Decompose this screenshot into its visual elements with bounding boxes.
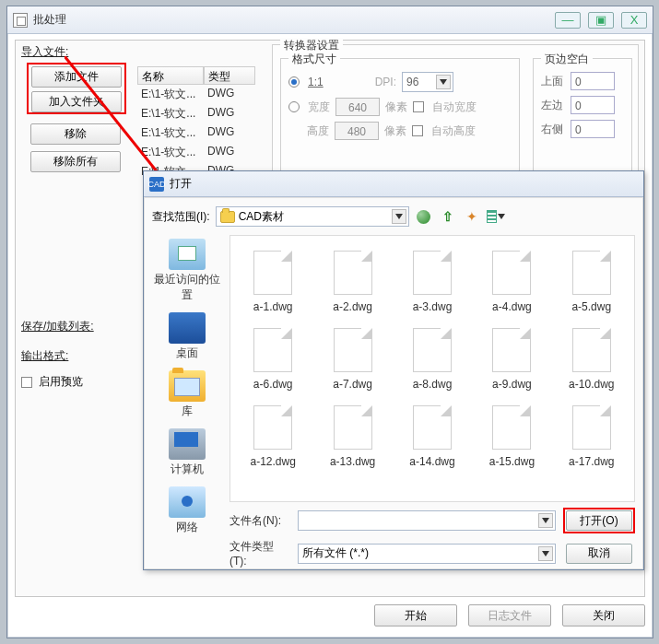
file-icon	[413, 328, 452, 372]
minimize-button[interactable]: —	[555, 12, 581, 29]
dialog-titlebar[interactable]: CAD 打开	[144, 171, 643, 197]
file-icon	[334, 405, 372, 450]
dpi-label: DPI:	[375, 76, 396, 88]
format-size-label: 格式尺寸	[288, 52, 340, 67]
file-icon	[492, 405, 531, 450]
margin-right-input[interactable]: 0	[571, 120, 615, 138]
file-name-label: a-4.dwg	[475, 300, 548, 313]
table-row[interactable]: E:\1-软文...DWG	[137, 104, 266, 123]
file-item[interactable]: a-8.dwg	[394, 321, 471, 394]
import-files-label: 导入文件:	[21, 44, 261, 60]
close-window-button[interactable]: 关闭	[562, 604, 645, 626]
chevron-down-icon	[436, 75, 451, 89]
file-icon	[334, 328, 372, 372]
file-name-label: a-9.dwg	[475, 378, 548, 391]
file-list-table: 名称 类型 E:\1-软文...DWGE:\1-软文...DWGE:\1-软文.…	[137, 66, 266, 181]
chevron-down-icon	[538, 513, 553, 528]
lookin-combo[interactable]: CAD素材	[216, 206, 409, 227]
open-button[interactable]: 打开(O)	[566, 510, 632, 531]
log-file-button[interactable]: 日志文件	[468, 604, 551, 626]
file-item[interactable]: a-12.dwg	[234, 398, 312, 472]
auto-height-checkbox[interactable]	[412, 125, 423, 136]
file-item[interactable]: a-1.dwg	[234, 243, 312, 317]
filename-label: 文件名(N):	[229, 513, 290, 529]
ratio-1-1-radio[interactable]	[288, 76, 300, 88]
file-item[interactable]: a-17.dwg	[553, 398, 630, 472]
width-radio[interactable]	[288, 101, 300, 112]
window-title: 批处理	[33, 12, 555, 28]
file-item[interactable]: a-4.dwg	[473, 243, 550, 317]
start-button[interactable]: 开始	[374, 604, 457, 626]
place-desktop[interactable]: 桌面	[152, 312, 222, 361]
remove-button[interactable]: 移除	[30, 123, 121, 145]
file-icon	[572, 405, 611, 450]
file-icon	[492, 328, 531, 372]
place-recent[interactable]: 最近访问的位置	[152, 239, 222, 303]
file-name-label: a-8.dwg	[395, 378, 469, 391]
file-item[interactable]: a-2.dwg	[313, 243, 391, 317]
file-name-label: a-15.dwg	[475, 455, 548, 468]
file-icon	[413, 251, 452, 295]
remove-all-button[interactable]: 移除所有	[30, 151, 121, 172]
add-file-button[interactable]: 添加文件	[31, 66, 122, 88]
open-file-dialog: CAD 打开 查找范围(I): CAD素材 ⇧ ✦ 最近访问的位置 桌面 库 计…	[143, 170, 644, 570]
file-item[interactable]: a-13.dwg	[313, 398, 391, 472]
file-name-label: a-10.dwg	[555, 378, 629, 391]
maximize-button[interactable]: ▣	[588, 12, 614, 29]
file-item[interactable]: a-14.dwg	[394, 398, 471, 472]
close-button[interactable]: X	[621, 12, 647, 29]
dialog-title: 打开	[170, 176, 192, 192]
add-folder-button[interactable]: 加入文件夹	[31, 91, 122, 112]
dpi-combo[interactable]: 96	[402, 72, 453, 92]
margin-top-input[interactable]: 0	[571, 72, 615, 90]
file-browser-area[interactable]: a-1.dwga-2.dwga-3.dwga-4.dwga-5.dwga-6.d…	[229, 235, 635, 502]
place-libraries[interactable]: 库	[152, 370, 222, 419]
new-folder-icon[interactable]: ✦	[463, 207, 481, 226]
height-label: 高度	[307, 123, 329, 139]
lookin-label: 查找范围(I):	[152, 209, 210, 225]
output-format-label: 输出格式:	[21, 348, 68, 364]
filetype-combo[interactable]: 所有文件 (*.*)	[298, 544, 556, 564]
table-row[interactable]: E:\1-软文...DWG	[137, 123, 266, 143]
col-header-type[interactable]: 类型	[204, 66, 255, 85]
file-name-label: a-6.dwg	[236, 378, 310, 391]
file-item[interactable]: a-15.dwg	[473, 398, 550, 472]
table-row[interactable]: E:\1-软文...DWG	[137, 143, 266, 162]
place-computer[interactable]: 计算机	[152, 428, 222, 477]
file-icon	[413, 405, 452, 450]
chevron-down-icon	[538, 546, 553, 561]
dialog-app-icon: CAD	[149, 177, 164, 192]
file-name-label: a-13.dwg	[315, 455, 389, 468]
cancel-button[interactable]: 取消	[566, 544, 632, 564]
auto-width-checkbox[interactable]	[413, 101, 424, 112]
back-icon[interactable]	[415, 207, 433, 226]
file-name-label: a-5.dwg	[555, 300, 629, 313]
file-item[interactable]: a-10.dwg	[553, 321, 630, 394]
views-icon[interactable]	[487, 207, 505, 226]
place-network[interactable]: 网络	[152, 486, 222, 535]
titlebar[interactable]: 批处理 — ▣ X	[7, 6, 653, 34]
file-name-label: a-14.dwg	[395, 455, 469, 468]
height-value: 480	[335, 122, 379, 140]
file-item[interactable]: a-5.dwg	[553, 243, 630, 317]
file-name-label: a-2.dwg	[315, 300, 389, 313]
file-icon	[492, 251, 531, 295]
file-name-label: a-7.dwg	[315, 378, 389, 391]
file-icon	[253, 405, 292, 450]
checkbox-icon	[21, 377, 32, 388]
file-item[interactable]: a-6.dwg	[234, 321, 312, 394]
width-label: 宽度	[308, 100, 330, 115]
file-icon	[253, 251, 292, 295]
filename-input[interactable]	[298, 510, 556, 531]
table-row[interactable]: E:\1-软文...DWG	[137, 85, 266, 104]
up-one-level-icon[interactable]: ⇧	[439, 207, 457, 226]
col-header-name[interactable]: 名称	[137, 66, 204, 85]
file-item[interactable]: a-7.dwg	[313, 321, 391, 394]
filetype-label: 文件类型(T):	[229, 539, 290, 568]
margin-left-input[interactable]: 0	[571, 96, 615, 114]
file-item[interactable]: a-3.dwg	[394, 243, 471, 317]
enable-preview-checkbox[interactable]: 启用预览	[21, 374, 83, 390]
chevron-down-icon	[392, 209, 406, 224]
places-sidebar: 最近访问的位置 桌面 库 计算机 网络	[148, 235, 226, 565]
file-item[interactable]: a-9.dwg	[473, 321, 550, 394]
